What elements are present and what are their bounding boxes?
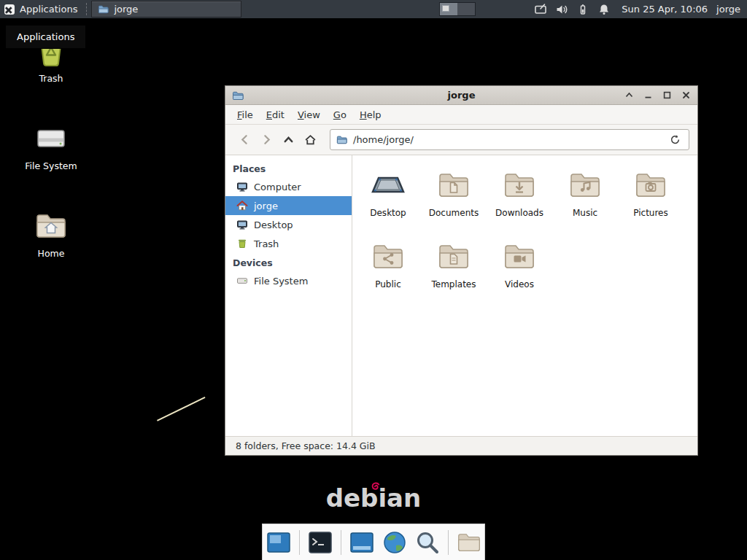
window-icon [232, 90, 244, 101]
public-folder-icon [371, 239, 406, 274]
menu-view[interactable]: View [291, 106, 327, 123]
up-button[interactable] [277, 129, 299, 151]
templates-folder-icon [436, 239, 471, 274]
applications-menu-button[interactable]: Applications [0, 0, 85, 18]
workspace-window-thumb [442, 5, 449, 12]
folder-item-videos[interactable]: Videos [487, 236, 552, 308]
maximize-button[interactable] [662, 90, 672, 100]
folder-label: Music [573, 208, 597, 218]
folder-item-music[interactable]: Music [552, 165, 618, 236]
folder-label: Downloads [495, 208, 543, 218]
workspace-switcher[interactable] [439, 2, 476, 16]
dock-browser-button[interactable] [381, 529, 409, 556]
desktop-icon-label: Home [38, 248, 65, 259]
folder-label: Videos [505, 279, 534, 289]
folder-item-desktop[interactable]: Desktop [355, 165, 421, 236]
menu-file[interactable]: File [231, 106, 260, 123]
dock-terminal-button[interactable] [306, 529, 334, 556]
toolbar: /home/jorge/ [225, 125, 697, 155]
devices-header: Devices [225, 253, 352, 271]
reload-icon [670, 134, 681, 145]
up-icon [282, 133, 295, 146]
web-browser-globe-icon [382, 529, 408, 556]
input-tablet-icon[interactable] [534, 3, 547, 16]
debian-swirl-icon [371, 481, 381, 491]
path-text[interactable]: /home/jorge/ [353, 134, 661, 145]
sidebar-item-label: File System [254, 276, 308, 287]
sidebar-item-label: jorge [254, 201, 278, 211]
clock[interactable]: Sun 25 Apr, 10:06 [622, 4, 708, 15]
reload-button[interactable] [667, 132, 683, 148]
folder-item-templates[interactable]: Templates [421, 236, 487, 308]
taskbar-label: jorge [114, 4, 138, 15]
workspace-1[interactable] [440, 3, 457, 15]
hard-drive-icon [34, 121, 69, 156]
folder-item-public[interactable]: Public [355, 236, 421, 308]
documents-folder-icon [436, 168, 471, 203]
sidebar-item-computer[interactable]: Computer [225, 177, 352, 196]
close-button[interactable] [681, 90, 691, 100]
folder-item-downloads[interactable]: Downloads [487, 165, 552, 236]
dock [262, 524, 485, 560]
forward-button[interactable] [255, 129, 277, 151]
desktop-monitor-icon [236, 219, 248, 230]
workspace-2[interactable] [457, 3, 475, 15]
sidebar-item-jorge[interactable]: jorge [225, 196, 352, 215]
shade-button[interactable] [624, 90, 634, 100]
home-icon [236, 200, 248, 211]
sidebar: Places Computer jorge Desktop Trash Devi… [225, 155, 352, 436]
desktop-icon-label: File System [25, 160, 77, 171]
sidebar-item-label: Desktop [254, 219, 293, 230]
file-view[interactable]: Desktop Documents Downloads [352, 155, 697, 436]
taskbar-item-jorge[interactable]: jorge [91, 1, 241, 18]
dock-separator [299, 530, 300, 555]
top-panel: Applications jorge Sun 25 Apr, 10:06 jor… [0, 0, 747, 18]
sidebar-item-desktop[interactable]: Desktop [225, 215, 352, 234]
battery-icon[interactable] [576, 3, 589, 16]
dock-app-finder-button[interactable] [414, 529, 441, 556]
window-titlebar[interactable]: jorge [225, 86, 697, 105]
downloads-folder-icon [502, 168, 537, 203]
dock-workspaces-button[interactable] [265, 529, 293, 556]
forward-icon [260, 133, 273, 146]
minimize-button[interactable] [643, 90, 653, 100]
pictures-folder-icon [633, 168, 668, 203]
iconbox-icon [349, 529, 375, 556]
status-text: 8 folders, Free space: 14.4 GiB [236, 440, 376, 451]
applications-tooltip: Applications [5, 25, 86, 49]
menu-go[interactable]: Go [327, 106, 353, 123]
menu-help[interactable]: Help [353, 106, 388, 123]
notifications-bell-icon[interactable] [597, 3, 611, 16]
trash-icon [236, 238, 248, 249]
terminal-icon [307, 529, 333, 556]
file-manager-folder-icon [456, 529, 482, 556]
sidebar-item-trash[interactable]: Trash [225, 234, 352, 253]
music-folder-icon [568, 168, 603, 203]
folder-item-pictures[interactable]: Pictures [618, 165, 684, 236]
sidebar-item-file-system[interactable]: File System [225, 271, 352, 290]
dock-iconbox-button[interactable] [348, 529, 376, 556]
menu-edit[interactable]: Edit [260, 106, 291, 123]
hard-drive-icon [236, 275, 248, 287]
workspaces-icon [266, 529, 292, 556]
applications-label: Applications [20, 4, 77, 15]
magnifier-icon [414, 529, 441, 556]
home-button[interactable] [299, 129, 321, 151]
folder-label: Desktop [370, 208, 406, 218]
desktop-icon-file-system[interactable]: File System [11, 121, 91, 171]
folder-label: Templates [431, 279, 476, 289]
back-button[interactable] [233, 129, 255, 151]
desktop-stray-line [157, 397, 205, 421]
path-bar[interactable]: /home/jorge/ [330, 129, 689, 150]
home-folder-icon [34, 209, 69, 244]
dock-separator [448, 530, 449, 555]
statusbar: 8 folders, Free space: 14.4 GiB [225, 436, 697, 455]
dock-file-manager-button[interactable] [455, 529, 483, 556]
session-user-button[interactable]: jorge [716, 4, 740, 15]
desktop-icon-label: Trash [39, 73, 63, 84]
volume-icon[interactable] [555, 3, 568, 16]
desktop-icon-home[interactable]: Home [11, 209, 91, 259]
folder-item-documents[interactable]: Documents [421, 165, 487, 236]
file-manager-icon [98, 4, 109, 15]
file-manager-window: jorge File Edit View Go Help [225, 85, 698, 456]
